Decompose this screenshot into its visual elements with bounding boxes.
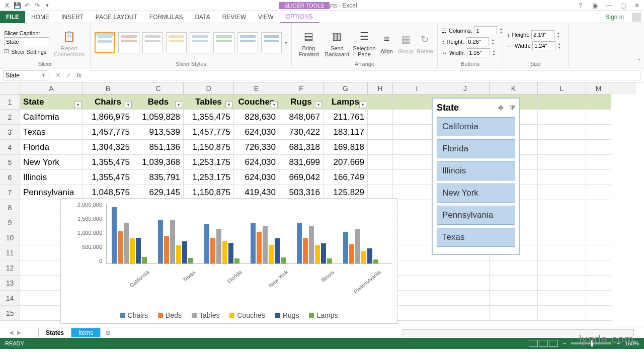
cell[interactable] — [393, 260, 441, 276]
cell[interactable]: 851,136 — [133, 140, 184, 155]
row-headers[interactable]: 123456789101112131415 — [0, 95, 20, 321]
enter-icon[interactable]: ✓ — [66, 71, 71, 79]
cell[interactable] — [538, 170, 586, 185]
tab-file[interactable]: FILE — [0, 11, 25, 23]
sheet-tab-states[interactable]: States — [38, 328, 71, 337]
button-height-input[interactable] — [466, 37, 489, 46]
cell[interactable] — [368, 155, 393, 170]
bring-forward-button[interactable]: ▤Bring Forward — [296, 28, 321, 57]
filter-dropdown-icon[interactable]: ▼ — [271, 101, 278, 108]
cell[interactable]: 1,457,775 — [83, 125, 133, 140]
button-width-input[interactable] — [467, 48, 490, 57]
cell[interactable]: 169,818 — [324, 140, 368, 155]
cell[interactable]: 726,330 — [234, 140, 279, 155]
slicer-item[interactable]: Florida — [437, 139, 515, 158]
columns-input[interactable] — [474, 26, 497, 35]
cell[interactable] — [586, 276, 611, 291]
column-header[interactable]: J — [441, 82, 490, 95]
cell[interactable] — [393, 276, 441, 291]
row-header[interactable]: 5 — [0, 155, 20, 170]
cell[interactable]: 730,422 — [279, 125, 324, 140]
slicer-item[interactable]: Texas — [437, 228, 515, 247]
size-height-input[interactable] — [531, 30, 554, 39]
align-button[interactable]: ≡Align — [379, 31, 395, 54]
worksheet-grid[interactable]: ABCDEFGHIJKLM 123456789101112131415 Stat… — [0, 82, 644, 327]
cell[interactable]: 207,669 — [324, 155, 368, 170]
size-height-spinner[interactable]: ▲▼ — [556, 31, 560, 38]
save-icon[interactable]: 💾 — [13, 2, 21, 10]
cell[interactable] — [538, 185, 586, 200]
cell[interactable]: 1,039,368 — [133, 155, 184, 170]
row-header[interactable]: 14 — [0, 291, 20, 306]
cell[interactable]: 1,150,875 — [184, 140, 234, 155]
cell[interactable]: Rugs▼ — [279, 95, 324, 110]
cell[interactable]: 1,253,175 — [184, 155, 234, 170]
slicer-style-7[interactable] — [237, 32, 258, 53]
tab-insert[interactable]: INSERT — [55, 11, 90, 23]
maximize-icon[interactable]: ▢ — [618, 2, 628, 9]
cell[interactable] — [538, 140, 586, 155]
column-header[interactable]: H — [368, 82, 393, 95]
cell[interactable] — [586, 260, 611, 276]
slicer-panel[interactable]: State ✥ ⧩ CaliforniaFloridaIllinoisNew Y… — [432, 98, 520, 255]
cell[interactable] — [586, 306, 611, 321]
cell[interactable]: 624,030 — [234, 170, 279, 185]
cell[interactable] — [586, 155, 611, 170]
move-icon[interactable]: ✥ — [498, 104, 504, 112]
cell[interactable]: Texas — [20, 125, 83, 140]
cell[interactable]: 848,067 — [279, 110, 324, 125]
cell[interactable]: 1,355,475 — [83, 155, 133, 170]
styles-more-icon[interactable]: ▾ — [285, 40, 287, 45]
column-headers[interactable]: ABCDEFGHIJKLM — [20, 82, 636, 95]
size-width-input[interactable] — [532, 41, 555, 50]
slicer-item[interactable]: California — [437, 117, 515, 136]
cell[interactable] — [441, 260, 490, 276]
cell[interactable] — [441, 306, 490, 321]
cell[interactable]: State▼ — [20, 95, 83, 110]
cell[interactable] — [538, 306, 586, 321]
cell[interactable] — [538, 200, 586, 215]
cell[interactable]: 913,539 — [133, 125, 184, 140]
row-header[interactable]: 8 — [0, 200, 20, 215]
slicer-item[interactable]: New York — [437, 184, 515, 203]
tab-options[interactable]: OPTIONS — [280, 11, 319, 23]
embedded-chart[interactable]: 2,000,0001,500,0001,000,000500,0000 Cali… — [60, 198, 397, 324]
sheet-nav-next-icon[interactable]: ▶ — [15, 329, 23, 336]
normal-view-icon[interactable] — [529, 340, 538, 347]
undo-icon[interactable]: ↶ — [23, 2, 31, 10]
column-header[interactable]: I — [393, 82, 441, 95]
formula-input[interactable] — [89, 70, 641, 80]
row-header[interactable]: 1 — [0, 95, 20, 110]
slicer-style-5[interactable] — [190, 32, 210, 53]
tab-home[interactable]: HOME — [25, 11, 55, 23]
row-header[interactable]: 2 — [0, 110, 20, 125]
cell[interactable]: 211,761 — [324, 110, 368, 125]
page-layout-view-icon[interactable] — [539, 340, 548, 347]
tab-view[interactable]: VIEW — [252, 11, 280, 23]
slicer-style-1[interactable] — [95, 32, 115, 53]
cell[interactable] — [490, 276, 538, 291]
filter-dropdown-icon[interactable]: ▼ — [359, 101, 366, 108]
name-box[interactable]: State▼ — [3, 70, 48, 80]
column-header[interactable]: G — [324, 82, 368, 95]
column-header[interactable]: D — [184, 82, 234, 95]
cell[interactable]: 624,030 — [234, 125, 279, 140]
button-height-spinner[interactable]: ▲▼ — [491, 38, 495, 45]
cell[interactable]: 1,457,775 — [184, 125, 234, 140]
slicer-style-4[interactable] — [166, 32, 187, 53]
cell[interactable]: 183,117 — [324, 125, 368, 140]
clear-filter-icon[interactable]: ⧩ — [510, 104, 515, 112]
sheet-tab-items[interactable]: Items — [71, 328, 101, 337]
help-icon[interactable]: ? — [576, 2, 586, 9]
cell[interactable] — [586, 200, 611, 215]
cell[interactable]: Beds▼ — [133, 95, 184, 110]
slicer-caption-input[interactable] — [4, 37, 49, 46]
cell[interactable]: 1,355,475 — [83, 170, 133, 185]
cell[interactable] — [368, 125, 393, 140]
cell[interactable] — [538, 125, 586, 140]
cell[interactable]: Lamps▼ — [324, 95, 368, 110]
cell[interactable] — [538, 155, 586, 170]
cell[interactable] — [586, 125, 611, 140]
sheet-nav-prev-icon[interactable]: ◀ — [7, 329, 15, 336]
cell[interactable]: Illinois — [20, 170, 83, 185]
